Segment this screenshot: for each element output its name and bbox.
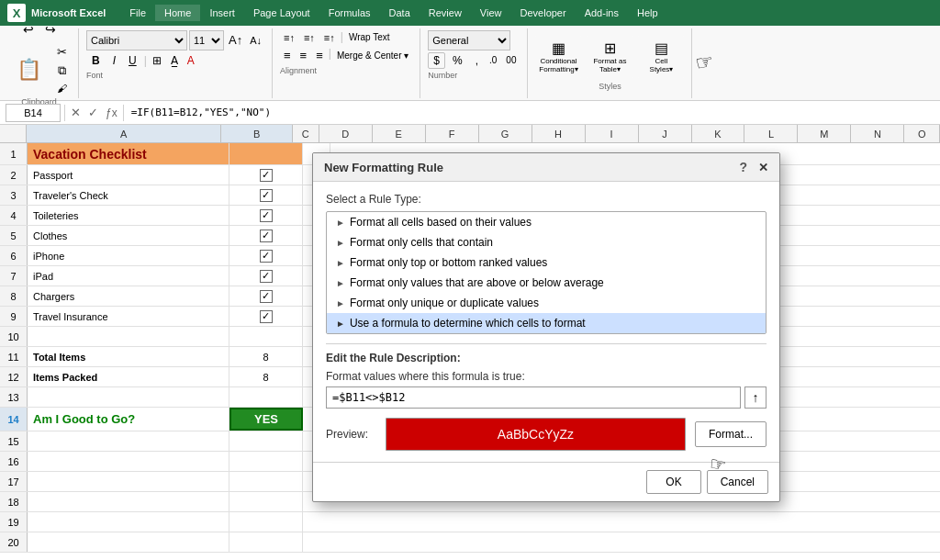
font-size-select[interactable]: 11 bbox=[189, 30, 224, 50]
formula-value-input[interactable] bbox=[326, 386, 741, 409]
fill-color-button[interactable]: A̲ bbox=[167, 52, 182, 69]
dialog-close-button[interactable]: ✕ bbox=[758, 161, 768, 174]
toolbar: ↩ ↪ 📋 ✂ ⧉ 🖌 Clipboard Calibri 11 A↑ A↓ B… bbox=[0, 26, 940, 101]
decimal-decrease-button[interactable]: 00 bbox=[502, 52, 520, 69]
rule-type-list: ► Format all cells based on their values… bbox=[326, 211, 767, 334]
edit-section-title: Edit the Rule Description: bbox=[326, 352, 767, 364]
rule-item-5[interactable]: ► Format only unique or duplicate values bbox=[327, 293, 766, 313]
dialog-help-button[interactable]: ? bbox=[739, 160, 747, 174]
align-top-left[interactable]: ≡↑ bbox=[280, 30, 298, 45]
rule-item-4[interactable]: ► Format only values that are above or b… bbox=[327, 273, 766, 293]
font-grow-button[interactable]: A↑ bbox=[226, 31, 245, 49]
formula-label: Format values where this formula is true… bbox=[326, 370, 767, 383]
conditional-formatting-button[interactable]: ▦ ConditionalFormatting▾ bbox=[535, 36, 581, 78]
format-painter-button[interactable]: 🖌 bbox=[53, 81, 71, 95]
percent-button[interactable]: % bbox=[447, 52, 468, 69]
cell-styles-button[interactable]: ▤ CellStyles▾ bbox=[638, 36, 684, 78]
redo-button[interactable]: ↪ bbox=[40, 19, 61, 39]
align-center-button[interactable]: ≡ bbox=[297, 47, 311, 64]
number-label: Number bbox=[428, 71, 520, 80]
ok-button[interactable]: OK bbox=[646, 470, 700, 494]
edit-rule-section: Edit the Rule Description: Format values… bbox=[326, 343, 767, 451]
preview-label: Preview: bbox=[326, 428, 376, 441]
align-top-right[interactable]: ≡↑ bbox=[320, 30, 339, 45]
formula-input[interactable] bbox=[128, 104, 934, 122]
menu-view[interactable]: View bbox=[471, 5, 511, 21]
font-section: Calibri 11 A↑ A↓ B I U | ⊞ A̲ A Font bbox=[79, 28, 273, 98]
decimal-increase-button[interactable]: .0 bbox=[486, 52, 500, 69]
preview-box: AaBbCcYyZz bbox=[386, 418, 686, 451]
font-shrink-button[interactable]: A↓ bbox=[247, 33, 264, 48]
format-button[interactable]: Format... bbox=[695, 421, 767, 447]
rule-item-6[interactable]: ► Use a formula to determine which cells… bbox=[327, 313, 766, 333]
dialog-body: Select a Rule Type: ► Format all cells b… bbox=[313, 182, 779, 462]
dialog-title: New Formatting Rule bbox=[324, 161, 443, 174]
paste-button[interactable]: 📋 bbox=[7, 49, 50, 91]
clipboard-section: ↩ ↪ 📋 ✂ ⧉ 🖌 Clipboard bbox=[7, 28, 79, 98]
align-right-button[interactable]: ≡ bbox=[312, 47, 327, 64]
font-name-select[interactable]: Calibri bbox=[86, 30, 187, 50]
comma-button[interactable]: , bbox=[470, 52, 484, 69]
styles-label: Styles bbox=[599, 82, 621, 91]
menu-insert[interactable]: Insert bbox=[200, 5, 244, 21]
menu-page-layout[interactable]: Page Layout bbox=[244, 5, 319, 21]
underline-button[interactable]: U bbox=[123, 52, 142, 69]
preview-text: AaBbCcYyZz bbox=[498, 427, 574, 442]
menu-addins[interactable]: Add-ins bbox=[576, 5, 628, 21]
dialog-overlay: New Formatting Rule ? ✕ Select a Rule Ty… bbox=[0, 125, 940, 560]
select-rule-label: Select a Rule Type: bbox=[326, 193, 767, 206]
menu-items: File Home Insert Page Layout Formulas Da… bbox=[120, 5, 666, 21]
insert-function-icon[interactable]: ƒx bbox=[104, 106, 119, 119]
copy-button[interactable]: ⧉ bbox=[53, 62, 71, 80]
merge-center-button[interactable]: Merge & Center ▾ bbox=[333, 47, 412, 64]
menu-data[interactable]: Data bbox=[380, 5, 420, 21]
wrap-text-button[interactable]: Wrap Text bbox=[345, 30, 394, 45]
styles-section: ▦ ConditionalFormatting▾ ⊞ Format asTabl… bbox=[528, 28, 692, 98]
number-format-select[interactable]: General bbox=[428, 30, 510, 50]
menu-help[interactable]: Help bbox=[628, 5, 667, 21]
bold-button[interactable]: B bbox=[86, 52, 106, 69]
alignment-section: ≡↑ ≡↑ ≡↑ | Wrap Text ≡ ≡ ≡ | Merge & Cen… bbox=[273, 28, 420, 98]
rule-item-1[interactable]: ► Format all cells based on their values bbox=[327, 212, 766, 232]
alignment-label: Alignment bbox=[280, 66, 412, 75]
font-color-button[interactable]: A bbox=[184, 52, 198, 69]
menu-developer[interactable]: Developer bbox=[511, 5, 576, 21]
rule-item-2[interactable]: ► Format only cells that contain bbox=[327, 232, 766, 252]
align-top-center[interactable]: ≡↑ bbox=[300, 30, 319, 45]
undo-button[interactable]: ↩ bbox=[18, 19, 39, 39]
italic-button[interactable]: I bbox=[107, 52, 121, 69]
rule-item-3[interactable]: ► Format only top or bottom ranked value… bbox=[327, 252, 766, 273]
currency-button[interactable]: $ bbox=[428, 52, 445, 69]
cut-button[interactable]: ✂ bbox=[53, 43, 71, 61]
number-section: General $ % , .0 00 Number bbox=[420, 28, 528, 98]
formula-collapse-button[interactable]: ↑ bbox=[744, 386, 767, 409]
menu-bar: X Microsoft Excel File Home Insert Page … bbox=[0, 0, 940, 26]
font-section-label: Font bbox=[86, 71, 264, 80]
menu-file[interactable]: File bbox=[120, 5, 155, 21]
border-button[interactable]: ⊞ bbox=[149, 52, 165, 69]
formula-bar: B14 ✕ ✓ ƒx bbox=[0, 101, 940, 125]
new-formatting-rule-dialog: New Formatting Rule ? ✕ Select a Rule Ty… bbox=[312, 152, 780, 502]
align-left-button[interactable]: ≡ bbox=[280, 47, 295, 64]
dialog-header: New Formatting Rule ? ✕ bbox=[313, 153, 779, 182]
cell-reference-input[interactable]: B14 bbox=[6, 104, 61, 122]
menu-formulas[interactable]: Formulas bbox=[319, 5, 380, 21]
menu-review[interactable]: Review bbox=[420, 5, 471, 21]
format-as-table-button[interactable]: ⊞ Format asTable▾ bbox=[587, 36, 632, 78]
menu-home[interactable]: Home bbox=[155, 5, 200, 21]
formula-confirm-icon[interactable]: ✓ bbox=[86, 106, 100, 119]
formula-cancel-icon[interactable]: ✕ bbox=[69, 106, 83, 119]
spreadsheet-area: A B C D E F G H I J K L M N O 1 Vacation… bbox=[0, 125, 940, 560]
